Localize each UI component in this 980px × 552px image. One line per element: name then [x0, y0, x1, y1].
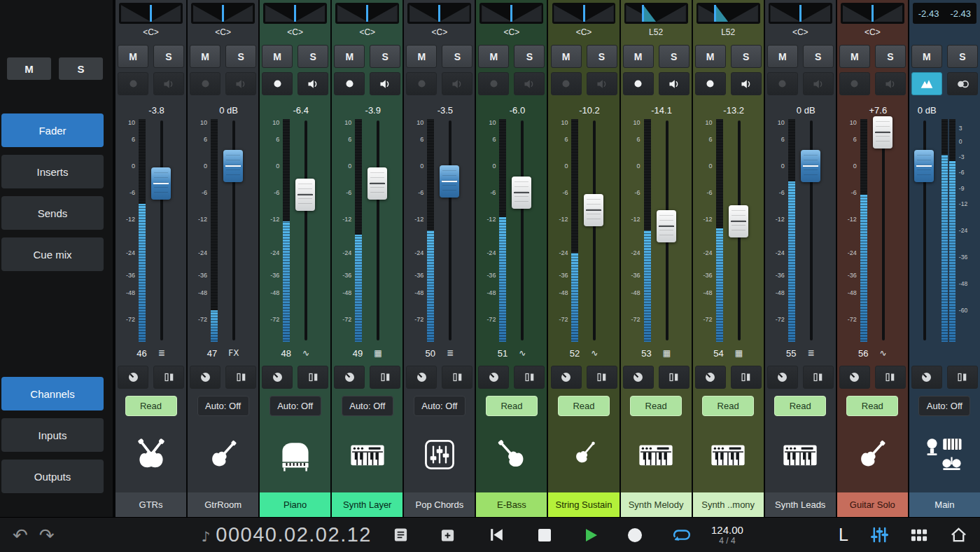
instrument-synth-icon[interactable]	[637, 416, 675, 492]
record-arm-button[interactable]	[839, 72, 870, 95]
monitor-button[interactable]	[803, 72, 834, 95]
sidebar-item-outputs[interactable]: Outputs	[1, 460, 104, 493]
monitor-button[interactable]	[298, 72, 328, 95]
solo-button[interactable]: S	[442, 45, 472, 68]
record-arm-button[interactable]	[190, 72, 220, 95]
mute-button[interactable]: M	[623, 45, 654, 68]
record-arm-button[interactable]	[695, 72, 726, 95]
channel-mode-button[interactable]	[225, 366, 256, 389]
pan-knob-button[interactable]	[190, 366, 220, 389]
instrument-synth-icon[interactable]	[781, 416, 819, 492]
time-display[interactable]: ♪ 00040.02.02.12	[202, 523, 372, 546]
channel-mode-button[interactable]	[587, 366, 617, 389]
pan-control[interactable]	[841, 3, 904, 24]
fader-handle[interactable]	[295, 179, 315, 211]
fader-handle[interactable]	[801, 150, 820, 182]
return-to-start-button[interactable]	[488, 526, 505, 544]
fader-track[interactable]	[160, 120, 163, 340]
mute-button[interactable]: M	[334, 45, 365, 68]
channel-name[interactable]: String Sustain	[548, 492, 619, 517]
channel-mode-button[interactable]	[153, 366, 184, 389]
instrument-guitars-icon[interactable]	[132, 416, 170, 492]
solo-button[interactable]: S	[514, 45, 545, 68]
mute-button[interactable]: M	[839, 45, 870, 68]
fader-handle[interactable]	[151, 167, 171, 200]
automation-button[interactable]: Auto: Off	[414, 396, 465, 416]
pan-knob-button[interactable]	[551, 366, 582, 389]
mute-button[interactable]: M	[262, 45, 293, 68]
sidebar-item-fader[interactable]: Fader	[1, 113, 104, 147]
monitor-button[interactable]	[153, 72, 184, 95]
solo-button[interactable]: S	[659, 45, 690, 68]
channel-name[interactable]: Synth Melody	[621, 492, 692, 517]
channel-name[interactable]: Synth Leads	[765, 492, 836, 517]
fader-handle[interactable]	[873, 116, 892, 149]
instrument-main-icon[interactable]	[925, 416, 964, 492]
instrument-bass-icon[interactable]	[493, 416, 530, 492]
channel-mode-button[interactable]	[370, 366, 400, 389]
stop-button[interactable]	[538, 528, 552, 542]
record-arm-button[interactable]	[118, 72, 148, 95]
solo-button[interactable]: S	[587, 45, 617, 68]
automation-button[interactable]: Read	[702, 396, 754, 416]
mixer-view-button[interactable]	[871, 526, 888, 544]
automation-button[interactable]: Read	[125, 396, 177, 416]
pan-knob-button[interactable]	[767, 366, 798, 389]
pan-knob-button[interactable]	[839, 366, 870, 389]
fader-track[interactable]	[377, 120, 379, 340]
record-arm-button[interactable]	[767, 72, 798, 95]
pan-control[interactable]	[696, 3, 760, 24]
pan-control[interactable]	[263, 3, 327, 24]
pan-control[interactable]	[624, 3, 688, 24]
record-button[interactable]	[627, 527, 643, 543]
record-arm-button[interactable]	[551, 72, 582, 95]
automation-button[interactable]: Auto: Off	[270, 396, 321, 416]
notes-button[interactable]	[393, 527, 409, 543]
channel-name[interactable]: Guitar Solo	[837, 492, 908, 517]
tempo-display[interactable]: 124.00 4 / 4	[711, 524, 743, 546]
pan-knob-button[interactable]	[695, 366, 726, 389]
loop-button[interactable]	[671, 527, 693, 543]
pan-control[interactable]	[191, 3, 255, 24]
fader-track[interactable]	[882, 120, 885, 340]
mute-button[interactable]: M	[118, 45, 148, 68]
channel-name[interactable]: Synth ..mony	[693, 492, 764, 517]
pan-knob-button[interactable]	[118, 366, 148, 389]
channel-mode-button[interactable]	[803, 366, 834, 389]
channel-name[interactable]: GtrRoom	[188, 492, 258, 517]
instrument-violin-icon[interactable]	[567, 416, 601, 492]
record-arm-button[interactable]	[406, 72, 437, 95]
play-button[interactable]	[582, 527, 599, 544]
mute-button[interactable]: M	[478, 45, 509, 68]
fader-handle[interactable]	[512, 177, 531, 209]
channel-name[interactable]: Piano	[260, 492, 330, 517]
channel-mode-button[interactable]	[731, 366, 762, 389]
pan-knob-button[interactable]	[623, 366, 654, 389]
fader-handle[interactable]	[914, 150, 934, 182]
instrument-piano-icon[interactable]	[276, 416, 314, 492]
channel-mode-button[interactable]	[875, 366, 906, 389]
solo-button[interactable]: S	[370, 45, 400, 68]
monitor-button[interactable]	[875, 72, 906, 95]
mute-button[interactable]: M	[406, 45, 437, 68]
pads-view-button[interactable]	[911, 527, 927, 544]
fader-track[interactable]	[593, 120, 596, 340]
pan-knob-button[interactable]	[478, 366, 509, 389]
instrument-guitar-icon[interactable]	[855, 416, 890, 492]
sidebar-item-sends[interactable]: Sends	[1, 196, 104, 230]
instrument-synth-icon[interactable]	[349, 416, 386, 492]
redo-button[interactable]: ↷	[39, 526, 55, 544]
sidebar-item-inputs[interactable]: Inputs	[1, 418, 104, 452]
channel-mode-button[interactable]	[442, 366, 472, 389]
solo-button[interactable]: S	[298, 45, 328, 68]
undo-button[interactable]: ↶	[13, 526, 28, 544]
record-arm-button[interactable]	[334, 72, 365, 95]
fader-handle[interactable]	[729, 205, 748, 237]
automation-button[interactable]: Auto: Off	[342, 396, 393, 416]
pan-control[interactable]	[119, 3, 183, 24]
channel-mode-button[interactable]	[947, 366, 978, 389]
pan-control[interactable]	[407, 3, 471, 24]
pan-control[interactable]	[335, 3, 399, 24]
add-marker-button[interactable]	[440, 527, 456, 543]
record-arm-button[interactable]	[262, 72, 293, 95]
